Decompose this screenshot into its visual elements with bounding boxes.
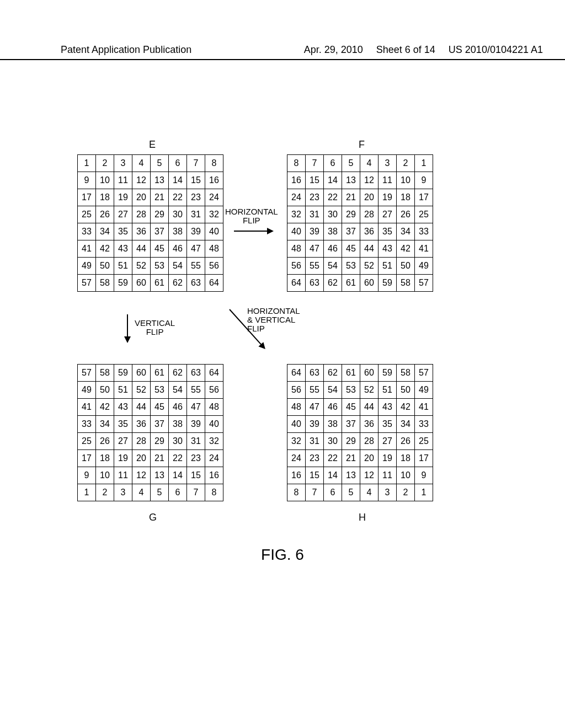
grid-cell: 21 xyxy=(342,189,360,206)
grid-cell: 6 xyxy=(169,484,187,501)
header-sheet: Sheet 6 of 14 xyxy=(376,44,435,56)
grid-cell: 13 xyxy=(151,467,169,484)
grid-cell: 21 xyxy=(151,450,169,467)
grid-cell: 37 xyxy=(342,416,360,433)
grid-cell: 27 xyxy=(379,433,397,450)
grid-cell: 13 xyxy=(342,467,360,484)
grid-cell: 36 xyxy=(132,223,151,240)
grid-cell: 39 xyxy=(187,223,205,240)
grid-cell: 44 xyxy=(132,240,151,258)
grid-cell: 52 xyxy=(360,382,379,399)
hflip-line1: HORIZONTAL xyxy=(225,207,278,216)
grid-cell: 43 xyxy=(114,399,132,416)
grid-cell: 45 xyxy=(342,399,360,416)
grid-cell: 7 xyxy=(187,484,205,501)
grid-cell: 36 xyxy=(132,416,151,433)
grid-cell: 48 xyxy=(205,240,223,258)
grid-cell: 41 xyxy=(415,399,433,416)
grid-cell: 63 xyxy=(187,365,205,382)
grid-cell: 47 xyxy=(306,240,324,258)
grid-cell: 31 xyxy=(306,206,324,223)
grid-cell: 30 xyxy=(324,433,342,450)
grid-cell: 56 xyxy=(205,382,223,399)
hflip-line2: FLIP xyxy=(225,216,278,225)
grid-cell: 40 xyxy=(205,416,223,433)
grid-cell: 55 xyxy=(306,258,324,275)
grid-cell: 61 xyxy=(342,275,360,292)
grid-cell: 53 xyxy=(151,382,169,399)
grid-cell: 62 xyxy=(324,365,342,382)
grid-cell: 55 xyxy=(187,382,205,399)
grid-cell: 4 xyxy=(132,155,151,172)
grid-cell: 35 xyxy=(379,416,397,433)
grid-cell: 23 xyxy=(306,189,324,206)
header-date: Apr. 29, 2010 xyxy=(304,44,363,56)
grid-cell: 26 xyxy=(96,433,114,450)
grid-cell: 43 xyxy=(114,240,132,258)
grid-cell: 16 xyxy=(205,172,223,189)
label-E: E xyxy=(149,139,156,151)
grid-cell: 4 xyxy=(360,484,379,501)
grid-cell: 2 xyxy=(96,484,114,501)
grid-cell: 27 xyxy=(114,433,132,450)
grid-cell: 42 xyxy=(397,399,415,416)
grid-cell: 11 xyxy=(379,467,397,484)
grid-cell: 48 xyxy=(287,240,306,258)
grid-cell: 28 xyxy=(360,206,379,223)
grid-cell: 34 xyxy=(96,416,114,433)
grid-cell: 50 xyxy=(96,258,114,275)
grid-cell: 14 xyxy=(324,467,342,484)
grid-cell: 57 xyxy=(78,275,96,292)
grid-cell: 28 xyxy=(360,433,379,450)
grid-cell: 39 xyxy=(306,416,324,433)
grid-cell: 63 xyxy=(187,275,205,292)
grid-cell: 7 xyxy=(306,155,324,172)
grid-cell: 46 xyxy=(169,240,187,258)
grid-cell: 32 xyxy=(287,433,306,450)
grid-cell: 3 xyxy=(379,155,397,172)
grid-cell: 23 xyxy=(306,450,324,467)
grid-cell: 20 xyxy=(132,189,151,206)
grid-cell: 55 xyxy=(306,382,324,399)
grid-cell: 31 xyxy=(187,206,205,223)
grid-cell: 41 xyxy=(78,399,96,416)
vflip-label: VERTICAL FLIP xyxy=(135,319,175,336)
grid-cell: 46 xyxy=(324,399,342,416)
grid-cell: 1 xyxy=(78,484,96,501)
grid-cell: 44 xyxy=(360,399,379,416)
grid-cell: 7 xyxy=(187,155,205,172)
grid-cell: 17 xyxy=(78,450,96,467)
grid-cell: 2 xyxy=(397,484,415,501)
grid-cell: 36 xyxy=(360,223,379,240)
grid-cell: 35 xyxy=(114,416,132,433)
grid-cell: 61 xyxy=(151,275,169,292)
grid-cell: 22 xyxy=(324,189,342,206)
grid-cell: 16 xyxy=(287,467,306,484)
grid-cell: 18 xyxy=(397,450,415,467)
grid-cell: 30 xyxy=(324,206,342,223)
header-pubno: US 2010/0104221 A1 xyxy=(449,44,543,56)
hvflip-line1: HORIZONTAL xyxy=(247,307,300,315)
grid-cell: 19 xyxy=(114,450,132,467)
grid-cell: 5 xyxy=(151,155,169,172)
grid-cell: 33 xyxy=(415,416,433,433)
grid-cell: 58 xyxy=(397,365,415,382)
arrow-down-icon xyxy=(127,314,128,342)
grid-cell: 28 xyxy=(132,433,151,450)
grid-E: 1234567891011121314151617181920212223242… xyxy=(77,154,223,292)
grid-cell: 24 xyxy=(205,189,223,206)
grid-cell: 34 xyxy=(397,416,415,433)
grid-cell: 32 xyxy=(287,206,306,223)
grid-cell: 50 xyxy=(397,258,415,275)
grid-cell: 41 xyxy=(78,240,96,258)
grid-cell: 25 xyxy=(78,206,96,223)
grid-cell: 46 xyxy=(324,240,342,258)
hvflip-label: HORIZONTAL & VERTICAL FLIP xyxy=(247,307,300,333)
grid-cell: 49 xyxy=(415,258,433,275)
grid-cell: 15 xyxy=(306,172,324,189)
grid-cell: 64 xyxy=(287,365,306,382)
grid-cell: 57 xyxy=(78,365,96,382)
grid-cell: 17 xyxy=(415,189,433,206)
grid-cell: 12 xyxy=(360,172,379,189)
grid-cell: 33 xyxy=(78,416,96,433)
